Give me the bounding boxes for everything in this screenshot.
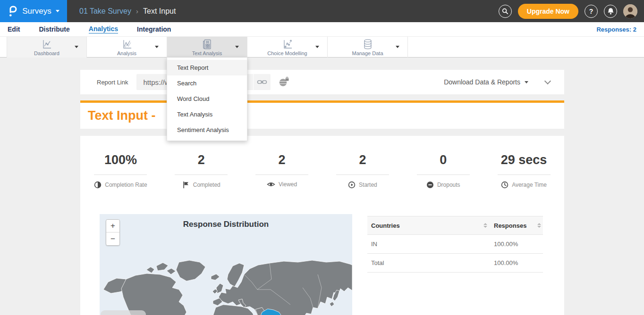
- caret-down-icon: [56, 10, 59, 12]
- content-area: Report Link https://ww Down: [0, 58, 644, 315]
- stat-value: 100%: [80, 153, 161, 167]
- subnav-item-analytics[interactable]: Analytics: [89, 25, 118, 33]
- download-data-reports-dropdown[interactable]: Download Data & Reports: [444, 78, 528, 86]
- trend-chart-icon: [121, 39, 133, 50]
- download-data-reports-label: Download Data & Reports: [444, 78, 520, 86]
- country-cell: IN: [371, 240, 377, 248]
- responses-cell: 100.00%: [494, 240, 518, 248]
- report-link-bar: Report Link https://ww Down: [80, 70, 564, 94]
- stat-completed: 2 Completed: [161, 153, 242, 189]
- divider: [498, 174, 551, 175]
- product-name: Surveys: [22, 7, 51, 16]
- map-zoom-out-button[interactable]: −: [106, 232, 119, 245]
- responses-cell: 100.00%: [494, 259, 518, 266]
- stat-label: Dropouts: [437, 182, 460, 188]
- caret-down-icon: [235, 46, 239, 48]
- public-report-button[interactable]: [278, 77, 289, 88]
- breadcrumb-separator: ›: [136, 7, 138, 15]
- database-icon: [362, 39, 374, 50]
- tab-manage-data[interactable]: Manage Data: [328, 37, 408, 58]
- menu-item-word-cloud[interactable]: Word Cloud: [167, 91, 247, 107]
- survey-subnav: Edit Distribute Analytics Integration Re…: [0, 22, 644, 36]
- chevron-down-icon: [544, 78, 551, 84]
- completion-rate-icon: [94, 181, 102, 189]
- countries-column-header: Countries: [371, 222, 400, 229]
- menu-item-sentiment-analysis[interactable]: Sentiment Analysis: [167, 122, 247, 138]
- divider: [175, 174, 228, 175]
- question-title: Text Input -: [88, 108, 155, 123]
- stat-label: Completion Rate: [105, 182, 147, 188]
- menu-item-text-analysis[interactable]: Text Analysis: [167, 107, 247, 122]
- app-root: Surveys 01 Take Survey › Text Input Upgr…: [0, 0, 644, 315]
- stat-label: Completed: [193, 182, 220, 188]
- tab-label: Dashboard: [34, 50, 59, 56]
- topbar-actions: Upgrade Now ?: [499, 4, 637, 19]
- play-circle-icon: [348, 181, 356, 189]
- analytics-summary-card: 100% Completion Rate 2: [80, 136, 564, 315]
- menu-item-search[interactable]: Search: [167, 75, 247, 91]
- stat-started: 2 Started: [322, 153, 403, 189]
- tab-choice-modelling[interactable]: Choice Modelling: [247, 37, 328, 58]
- caret-down-icon: [155, 46, 159, 48]
- stat-value: 0: [403, 153, 483, 167]
- copy-link-button[interactable]: [254, 74, 271, 90]
- sort-responses-button[interactable]: [537, 223, 541, 228]
- divider: [417, 174, 470, 175]
- globe-lock-icon: [278, 77, 289, 88]
- tab-text-analysis[interactable]: Text Analysis: [167, 37, 247, 58]
- upgrade-now-button[interactable]: Upgrade Now: [518, 4, 578, 19]
- table-row-total: Total 100.00%: [367, 254, 543, 273]
- collapse-section-button[interactable]: [545, 81, 550, 83]
- subnav-item-integration[interactable]: Integration: [137, 25, 171, 33]
- subnav-item-edit[interactable]: Edit: [8, 25, 20, 33]
- caret-down-icon: [396, 46, 399, 48]
- bell-icon: [607, 8, 614, 15]
- question-title-bar: Text Input -: [80, 103, 564, 129]
- help-button[interactable]: ?: [585, 5, 598, 18]
- tab-analysis[interactable]: Analysis: [87, 37, 167, 58]
- report-link-label: Report Link: [97, 79, 128, 86]
- country-cell: Total: [371, 259, 384, 266]
- search-icon: [501, 8, 509, 15]
- help-label: ?: [589, 8, 593, 15]
- map-title: Response Distribution: [100, 220, 352, 229]
- countries-table-header: Countries Responses: [367, 216, 543, 235]
- text-analysis-menu: Text Report Search Word Cloud Text Analy…: [167, 58, 247, 141]
- clock-icon: [501, 181, 508, 189]
- responses-count: Responses: 2: [596, 26, 636, 33]
- scatter-chart-icon: [281, 39, 294, 50]
- tab-label: Analysis: [117, 50, 136, 56]
- divider: [336, 174, 389, 175]
- divider: [94, 174, 147, 175]
- caret-down-icon: [75, 46, 78, 48]
- breadcrumb-survey-link[interactable]: 01 Take Survey: [79, 7, 131, 16]
- stat-label: Average Time: [512, 182, 547, 188]
- caret-down-icon: [315, 46, 319, 48]
- stat-completion-rate: 100% Completion Rate: [80, 153, 161, 189]
- subnav-item-distribute[interactable]: Distribute: [39, 25, 69, 33]
- breadcrumb-current: Text Input: [143, 7, 176, 16]
- responses-column-header: Responses: [494, 222, 526, 229]
- product-switcher[interactable]: Surveys: [0, 0, 67, 22]
- avatar-silhouette-icon: [623, 4, 637, 18]
- flag-icon: [182, 181, 190, 189]
- notifications-button[interactable]: [604, 5, 617, 18]
- search-button[interactable]: [499, 5, 512, 18]
- line-chart-icon: [41, 39, 53, 50]
- stat-average-time: 29 secs Average Time: [483, 153, 564, 189]
- stat-dropouts: 0 Dropouts: [403, 153, 483, 189]
- divider: [255, 174, 308, 175]
- world-map[interactable]: [100, 260, 352, 315]
- stats-row: 100% Completion Rate 2: [80, 136, 564, 189]
- response-distribution-map: + − Response Distribution: [100, 214, 352, 315]
- link-icon: [256, 77, 268, 87]
- avatar[interactable]: [623, 4, 637, 18]
- table-row: IN 100.00%: [367, 235, 543, 254]
- map-attribution: [101, 310, 146, 315]
- menu-item-text-report[interactable]: Text Report: [167, 60, 247, 75]
- stat-value: 2: [242, 153, 322, 167]
- map-zoom-in-button[interactable]: +: [106, 220, 119, 232]
- tab-dashboard[interactable]: Dashboard: [7, 37, 87, 58]
- countries-table: Countries Responses IN 100.00% Total 100…: [367, 216, 543, 273]
- sort-countries-button[interactable]: [483, 223, 487, 228]
